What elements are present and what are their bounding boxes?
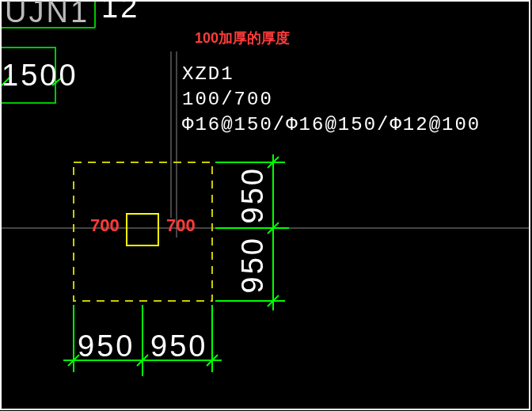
spec-size: 100/700	[182, 89, 273, 110]
spec-rebar: Φ16@150/Φ16@150/Φ12@100	[182, 114, 481, 135]
dim-right-upper: 950	[236, 166, 270, 223]
dim-bottom-right: 950	[150, 329, 207, 363]
dim-right-lower: 950	[236, 236, 270, 293]
cad-drawing-canvas: UJN1 12 1500 100加厚的厚度 XZD1 100/700 Φ16@1…	[0, 0, 532, 411]
dim-1500: 1500	[2, 59, 78, 93]
svg-rect-9	[127, 214, 158, 245]
inner-dim-left: 700	[90, 215, 120, 236]
spec-name: XZD1	[182, 63, 234, 85]
top-small-dim: 12	[101, 0, 139, 25]
inner-dim-right: 700	[166, 215, 196, 236]
thickness-annotation: 100加厚的厚度	[195, 29, 290, 48]
dim-bottom-left: 950	[78, 329, 135, 363]
corner-label: UJN1	[5, 0, 89, 29]
